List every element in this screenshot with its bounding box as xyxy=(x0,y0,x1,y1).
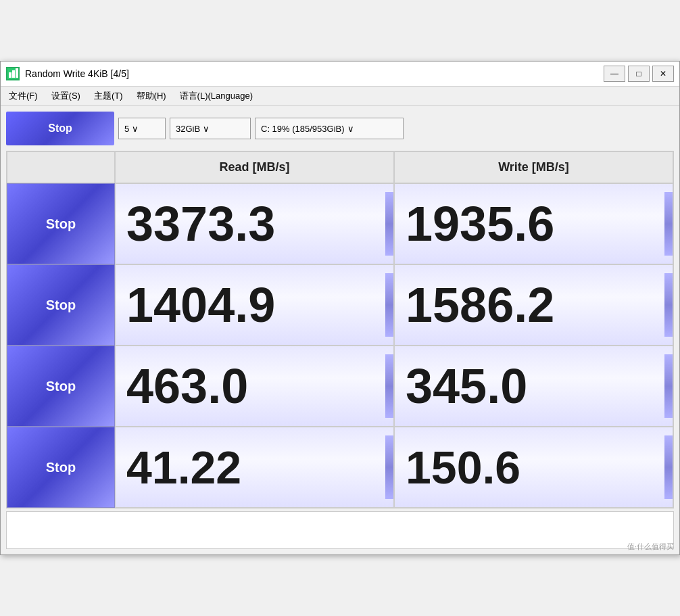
read-value-row3: 463.0 xyxy=(115,346,394,427)
title-bar: Random Write 4KiB [4/5] — □ ✕ xyxy=(1,62,679,87)
svg-rect-3 xyxy=(12,70,15,78)
menu-help[interactable]: 帮助(H) xyxy=(131,88,172,104)
data-grid: Read [MB/s] Write [MB/s] Stop 3373.3 193… xyxy=(6,151,674,508)
svg-rect-2 xyxy=(9,72,11,78)
menu-theme[interactable]: 主题(T) xyxy=(89,88,128,104)
iterations-arrow: ∨ xyxy=(132,124,139,134)
header-empty xyxy=(7,151,115,183)
maximize-button[interactable]: □ xyxy=(628,66,650,82)
read-value-row1: 3373.3 xyxy=(115,183,394,264)
size-dropdown[interactable]: 32GiB ∨ xyxy=(170,118,251,139)
write-value-row1: 1935.6 xyxy=(394,183,673,264)
drive-value: C: 19% (185/953GiB) xyxy=(261,124,345,134)
bottom-bar xyxy=(6,511,674,549)
menu-language[interactable]: 语言(L)(Language) xyxy=(174,88,258,104)
write-value-row4: 150.6 xyxy=(394,427,673,508)
stop-button-toolbar[interactable]: Stop xyxy=(6,112,114,145)
menu-bar: 文件(F) 设置(S) 主题(T) 帮助(H) 语言(L)(Language) xyxy=(1,87,679,106)
watermark: 值·什么值得买 xyxy=(627,542,674,552)
stop-button-row1[interactable]: Stop xyxy=(7,183,115,264)
write-value-row3: 345.0 xyxy=(394,346,673,427)
read-value-row4: 41.22 xyxy=(115,427,394,508)
size-value: 32GiB xyxy=(176,124,200,134)
main-content: Stop 5 ∨ 32GiB ∨ C: 19% (185/953GiB) ∨ R… xyxy=(1,106,679,554)
main-window: Random Write 4KiB [4/5] — □ ✕ 文件(F) 设置(S… xyxy=(0,61,680,555)
app-icon xyxy=(6,67,20,80)
menu-settings[interactable]: 设置(S) xyxy=(46,88,86,104)
header-write: Write [MB/s] xyxy=(394,151,673,183)
stop-button-row3[interactable]: Stop xyxy=(7,346,115,427)
window-controls: — □ ✕ xyxy=(604,66,674,82)
stop-button-row4[interactable]: Stop xyxy=(7,427,115,508)
stop-button-row2[interactable]: Stop xyxy=(7,264,115,346)
window-title: Random Write 4KiB [4/5] xyxy=(25,68,598,79)
svg-rect-4 xyxy=(16,68,18,78)
size-arrow: ∨ xyxy=(203,124,210,134)
iterations-value: 5 xyxy=(124,124,129,134)
toolbar: Stop 5 ∨ 32GiB ∨ C: 19% (185/953GiB) ∨ xyxy=(6,112,674,145)
menu-file[interactable]: 文件(F) xyxy=(3,88,43,104)
drive-arrow: ∨ xyxy=(347,124,354,134)
write-value-row2: 1586.2 xyxy=(394,264,673,346)
header-read: Read [MB/s] xyxy=(115,151,394,183)
minimize-button[interactable]: — xyxy=(604,66,625,82)
read-value-row2: 1404.9 xyxy=(115,264,394,346)
close-button[interactable]: ✕ xyxy=(652,66,674,82)
drive-dropdown[interactable]: C: 19% (185/953GiB) ∨ xyxy=(255,118,404,139)
iterations-dropdown[interactable]: 5 ∨ xyxy=(118,118,166,139)
